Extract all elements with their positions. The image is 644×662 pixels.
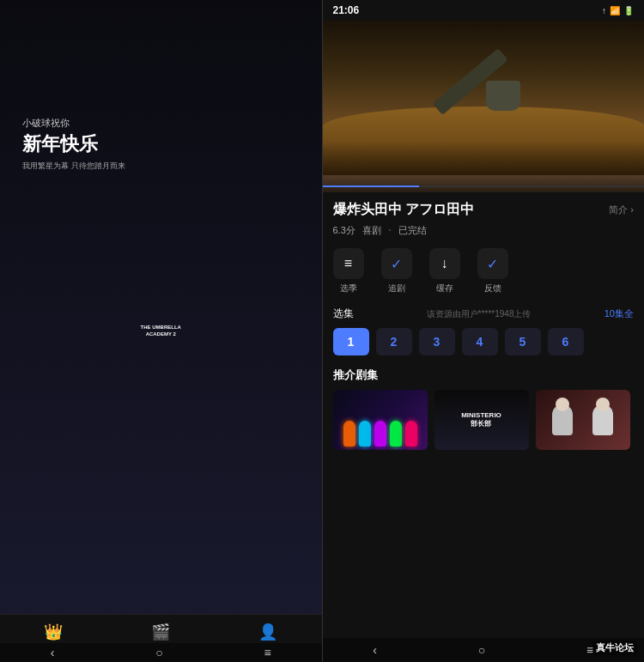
- follow-icon: ✓: [381, 248, 412, 279]
- episodes-header: 选集 该资源由用户*****1948上传 10集全: [333, 307, 635, 321]
- episode-btn-6[interactable]: 6: [548, 328, 584, 355]
- watermark: 真牛论坛: [592, 641, 637, 655]
- right-status-time: 21:06: [333, 4, 360, 16]
- right-sys-back[interactable]: ‹: [373, 643, 377, 657]
- left-panel: 21:05 ↑ 📶 🔋 🔍 | 网络谜踪 Searching ▲ 我要上传 精选…: [0, 0, 322, 662]
- right-status-icons: ↑ 📶 🔋: [602, 6, 634, 15]
- banner-title-big: 新年快乐: [22, 133, 125, 155]
- neon-fig-4: [390, 421, 402, 446]
- recommend-label: 推介剧集: [333, 367, 635, 383]
- clown-figure-1: [552, 404, 573, 435]
- show-meta: 6.3分 喜剧 · 已完结: [333, 222, 635, 238]
- neon-fig-1: [343, 421, 355, 446]
- episode-btn-5[interactable]: 5: [505, 328, 541, 355]
- action-select-season[interactable]: ≡ 选季: [333, 248, 364, 295]
- left-sys-nav: ‹ ○ ≡: [0, 643, 322, 662]
- feedback-label: 反馈: [484, 282, 501, 295]
- neon-fig-3: [374, 421, 386, 446]
- recommend-card-2[interactable]: MINISTERIO部长部: [434, 390, 529, 450]
- show-rating: 6.3分: [333, 224, 355, 237]
- right-panel: 21:06 ↑ 📶 🔋 爆炸头田中 アフロ田中 简介 ›: [323, 0, 645, 662]
- recommend-card-2-content: MINISTERIO部长部: [434, 390, 529, 450]
- video-progress-bar: [323, 185, 420, 187]
- hot-cards-row: BrI THE UMBRELLAACADEMY 2: [0, 373, 322, 417]
- neon-fig-5: [405, 421, 417, 446]
- show-status: 已完结: [398, 224, 427, 237]
- cache-icon: ↓: [429, 248, 460, 279]
- hot-card-2[interactable]: THE UMBRELLAACADEMY 2: [82, 373, 149, 417]
- neon-figures: [333, 407, 428, 450]
- meta-dot: ·: [388, 222, 392, 238]
- action-buttons-row: ≡ 选季 ✓ 追剧 ↓ 缓存 ✓ 反馈: [333, 248, 635, 295]
- video-hero[interactable]: [323, 21, 645, 192]
- episode-btn-4[interactable]: 4: [462, 328, 498, 355]
- right-battery-icon: 🔋: [623, 6, 634, 15]
- sys-menu-btn-left[interactable]: ≡: [264, 646, 270, 659]
- sys-back-btn-left[interactable]: ‹: [51, 646, 55, 659]
- show-title: 爆炸头田中 アフロ田中: [333, 201, 474, 219]
- right-wifi-icon: 📶: [610, 6, 620, 15]
- nav-icon-jingxuan: 👑: [44, 623, 63, 641]
- right-signal-icon: ↑: [602, 6, 606, 15]
- action-cache[interactable]: ↓ 缓存: [429, 248, 460, 295]
- action-follow[interactable]: ✓ 追剧: [381, 248, 412, 295]
- feedback-icon-glyph: ✓: [487, 256, 498, 272]
- season-icon-glyph: ≡: [344, 256, 352, 271]
- cache-label: 缓存: [436, 282, 453, 295]
- action-feedback[interactable]: ✓ 反馈: [477, 248, 508, 295]
- show-info-button[interactable]: 简介 ›: [609, 203, 634, 216]
- video-progress-bg: [323, 185, 645, 187]
- episode-grid: 1 2 3 4 5 6: [333, 328, 635, 355]
- neon-fig-2: [359, 421, 371, 446]
- excavator: [366, 38, 520, 158]
- recommend-cards-row: MINISTERIO部长部: [333, 390, 635, 450]
- show-info-label: 简介 ›: [609, 203, 634, 216]
- follow-icon-glyph: ✓: [391, 256, 402, 272]
- episodes-source: 该资源由用户*****1948上传: [427, 308, 532, 320]
- episode-btn-1[interactable]: 1: [333, 328, 369, 355]
- select-season-label: 选季: [340, 282, 357, 295]
- recommend-card-1[interactable]: [333, 390, 428, 450]
- clown-figure-2: [592, 404, 613, 435]
- nav-icon-piaoku: 🎬: [151, 623, 170, 641]
- nav-icon-mine: 👤: [258, 623, 277, 641]
- banner-text: 小破球祝你 新年快乐 我用繁星为幕 只待您踏月而来: [9, 103, 139, 185]
- cache-icon-glyph: ↓: [441, 256, 448, 271]
- hot-card-2-content: THE UMBRELLAACADEMY 2: [82, 373, 149, 417]
- episode-btn-3[interactable]: 3: [419, 328, 455, 355]
- episodes-label: 选集: [333, 307, 354, 321]
- episodes-count: 10集全: [605, 307, 634, 320]
- right-sys-home[interactable]: ○: [478, 643, 485, 657]
- banner-subtitle: 我用繁星为幕 只待您踏月而来: [22, 161, 125, 172]
- banner-title-small: 小破球祝你: [22, 117, 125, 130]
- clown-head-1: [556, 398, 569, 411]
- sys-home-btn-left[interactable]: ○: [155, 646, 162, 659]
- follow-label: 追剧: [388, 282, 405, 295]
- recommend-card-2-text: MINISTERIO部长部: [458, 408, 505, 432]
- show-title-row: 爆炸头田中 アフロ田中 简介 ›: [333, 201, 635, 219]
- episode-btn-2[interactable]: 2: [376, 328, 412, 355]
- select-season-icon: ≡: [333, 248, 364, 279]
- clown-head-2: [596, 398, 610, 411]
- excavator-bucket: [486, 81, 520, 111]
- video-gradient-overlay: [323, 141, 645, 192]
- right-status-bar: 21:06 ↑ 📶 🔋: [323, 0, 645, 21]
- recommend-card-3-content: [536, 390, 630, 450]
- show-genre: 喜剧: [362, 224, 381, 237]
- right-content-area: 爆炸头田中 アフロ田中 简介 › 6.3分 喜剧 · 已完结 ≡ 选季 ✓: [323, 192, 645, 638]
- recommend-section: 推介剧集 MINISTERIO部长部: [333, 367, 635, 450]
- feedback-icon: ✓: [477, 248, 508, 279]
- recommend-card-3[interactable]: [536, 390, 630, 450]
